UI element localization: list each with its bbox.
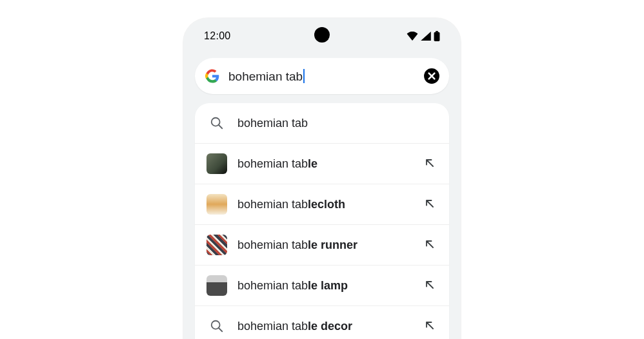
suggestion-label: bohemian tab — [237, 117, 438, 130]
status-bar: 12:00 — [195, 18, 449, 49]
suggestion-thumbnail — [206, 153, 227, 174]
suggestion-label: bohemian table — [237, 157, 423, 171]
insert-arrow-icon[interactable] — [423, 197, 438, 211]
suggestion-row[interactable]: bohemian tablecloth — [195, 184, 449, 225]
wifi-icon — [407, 32, 418, 41]
insert-arrow-icon[interactable] — [423, 319, 438, 333]
battery-icon — [434, 31, 440, 41]
svg-rect-0 — [436, 31, 438, 32]
suggestion-thumbnail — [206, 235, 227, 255]
insert-arrow-icon[interactable] — [423, 238, 438, 252]
svg-rect-1 — [434, 32, 440, 41]
front-camera-cutout — [314, 27, 330, 43]
suggestion-label: bohemian tablecloth — [237, 198, 423, 211]
insert-arrow-icon[interactable] — [423, 278, 438, 293]
search-icon — [206, 113, 227, 133]
search-bar[interactable]: bohemian tab — [195, 58, 449, 94]
suggestion-row[interactable]: bohemian table — [195, 144, 449, 184]
phone-frame: 12:00 — [183, 18, 461, 339]
search-query-text: bohemian tab — [228, 70, 303, 83]
text-caret — [303, 69, 305, 83]
status-time: 12:00 — [204, 30, 231, 42]
suggestion-thumbnail — [206, 275, 227, 296]
google-logo-icon — [205, 69, 219, 83]
svg-line-6 — [219, 328, 223, 332]
suggestion-thumbnail — [206, 194, 227, 215]
insert-arrow-icon[interactable] — [423, 157, 438, 171]
suggestion-row[interactable]: bohemian table lamp — [195, 266, 449, 306]
search-input[interactable]: bohemian tab — [228, 69, 423, 84]
suggestion-label: bohemian table decor — [237, 320, 423, 333]
suggestion-label: bohemian table lamp — [237, 279, 423, 293]
svg-line-4 — [219, 125, 223, 129]
suggestion-row[interactable]: bohemian table runner — [195, 225, 449, 266]
suggestion-row[interactable]: bohemian tab — [195, 103, 449, 144]
signal-icon — [421, 32, 431, 41]
suggestion-row[interactable]: bohemian table decor — [195, 306, 449, 339]
search-icon — [206, 316, 227, 336]
clear-search-button[interactable] — [423, 68, 440, 84]
suggestions-panel: bohemian tabbohemian tablebohemian table… — [195, 103, 449, 339]
suggestion-label: bohemian table runner — [237, 238, 423, 252]
